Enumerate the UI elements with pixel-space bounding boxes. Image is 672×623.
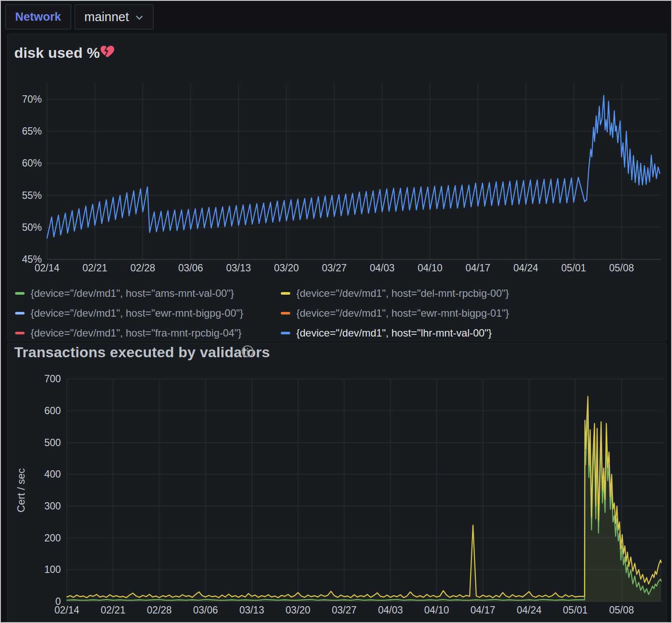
svg-text:04/10: 04/10 [424, 604, 449, 616]
svg-text:100: 100 [44, 564, 61, 575]
legend-item-del-mnt-rpcbig-00[interactable]: {device="/dev/md1", host="del-mnt-rpcbig… [281, 283, 662, 303]
svg-text:04/10: 04/10 [418, 262, 443, 274]
svg-text:04/17: 04/17 [465, 262, 490, 274]
chevron-down-icon [135, 13, 144, 22]
network-value[interactable]: mainnet [85, 10, 129, 24]
svg-text:02/21: 02/21 [100, 604, 126, 616]
svg-text:500: 500 [44, 437, 61, 448]
svg-text:02/21: 02/21 [82, 262, 107, 274]
series-color-marker [15, 292, 25, 295]
variables-toolbar: Network mainnet [5, 4, 154, 29]
disk-used-chart-canvas[interactable]: 02/1402/2102/2803/0603/1303/2003/2704/03… [7, 69, 667, 284]
legend-item-ewr-mnt-bigpg-01[interactable]: {device="/dev/md1", host="ewr-mnt-bigpg-… [281, 303, 662, 323]
svg-text:04/24: 04/24 [513, 262, 538, 274]
svg-text:400: 400 [44, 469, 61, 480]
legend-item-fra-mnt-rpcbig-04[interactable]: {device="/dev/md1", host="fra-mnt-rpcbig… [15, 323, 281, 343]
panel-title-disk-used[interactable]: disk used % [14, 44, 100, 61]
svg-text:70%: 70% [22, 94, 42, 105]
svg-text:05/08: 05/08 [609, 604, 634, 616]
panel-title-transactions[interactable]: Transactions executed by validators [14, 344, 270, 361]
svg-text:05/08: 05/08 [609, 262, 634, 274]
info-icon[interactable] [241, 345, 254, 359]
svg-text:04/17: 04/17 [471, 604, 496, 616]
transactions-chart-canvas[interactable]: 02/1402/2102/2803/0603/1303/2003/2704/03… [7, 369, 667, 623]
svg-text:04/03: 04/03 [370, 262, 395, 274]
svg-text:0: 0 [55, 596, 61, 607]
network-label: Network [15, 10, 61, 24]
series-color-marker [15, 332, 25, 334]
svg-text:Cert / sec: Cert / sec [15, 468, 27, 513]
svg-text:05/01: 05/01 [561, 262, 586, 274]
svg-text:600: 600 [44, 405, 61, 416]
svg-text:02/28: 02/28 [147, 604, 172, 616]
svg-text:200: 200 [44, 532, 61, 544]
svg-text:03/06: 03/06 [193, 604, 218, 616]
panel-transactions: Transactions executed by validators 02/1… [7, 343, 667, 623]
svg-text:03/27: 03/27 [322, 262, 347, 274]
dashboard: Network mainnet disk used % 02/1402/2102… [0, 0, 672, 623]
disk-chart-legend: {device="/dev/md1", host="ams-mnt-val-00… [15, 283, 662, 343]
svg-text:03/06: 03/06 [178, 262, 203, 274]
series-color-marker [281, 332, 290, 334]
svg-text:60%: 60% [22, 157, 42, 169]
series-color-marker [15, 312, 25, 315]
svg-text:300: 300 [44, 500, 61, 512]
series-color-marker [281, 292, 290, 295]
legend-item-ewr-mnt-bigpg-00[interactable]: {device="/dev/md1", host="ewr-mnt-bigpg-… [15, 303, 281, 323]
svg-text:45%: 45% [22, 254, 42, 265]
svg-text:02/28: 02/28 [130, 262, 155, 274]
svg-text:03/20: 03/20 [286, 604, 311, 616]
svg-text:50%: 50% [22, 222, 42, 233]
svg-text:03/13: 03/13 [226, 262, 251, 274]
svg-text:55%: 55% [22, 190, 42, 201]
series-color-marker [281, 312, 290, 315]
svg-text:700: 700 [44, 373, 61, 384]
svg-text:03/20: 03/20 [274, 262, 299, 274]
panel-disk-used: disk used % 02/1402/2102/2803/0603/1303/… [7, 34, 667, 341]
alert-broken-heart-icon[interactable] [100, 44, 115, 61]
network-variable-dropdown[interactable]: mainnet [75, 4, 154, 29]
svg-text:65%: 65% [22, 126, 42, 137]
legend-item-ams-mnt-val-00[interactable]: {device="/dev/md1", host="ams-mnt-val-00… [15, 283, 281, 303]
svg-text:03/27: 03/27 [332, 604, 357, 616]
svg-text:05/01: 05/01 [563, 604, 588, 616]
svg-text:03/13: 03/13 [239, 604, 264, 616]
legend-item-lhr-mnt-val-00[interactable]: {device="/dev/md1", host="lhr-mnt-val-00… [281, 323, 662, 343]
svg-text:04/24: 04/24 [517, 604, 542, 616]
network-variable-label: Network [5, 4, 71, 29]
svg-text:04/03: 04/03 [378, 604, 403, 616]
